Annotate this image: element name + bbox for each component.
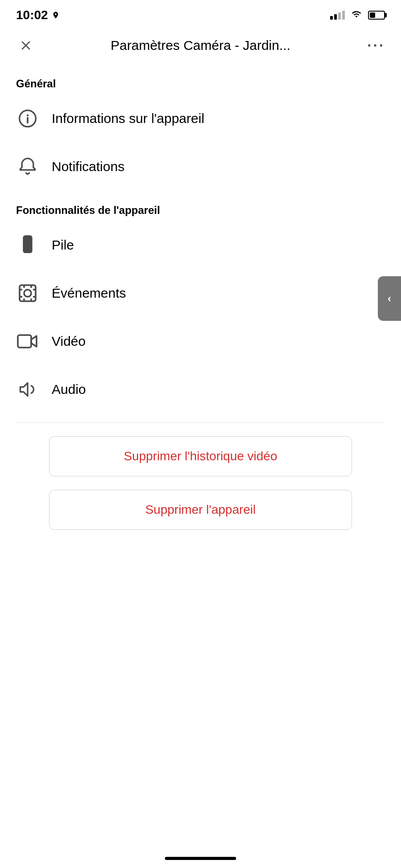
page-header: Paramètres Caméra - Jardin... — [0, 27, 401, 64]
battery-status-icon — [368, 11, 385, 20]
events-icon — [16, 282, 39, 305]
notifications-item[interactable]: Notifications — [0, 143, 401, 191]
signal-bars — [330, 11, 345, 20]
status-time: 10:02 — [16, 8, 60, 22]
svg-rect-7 — [25, 235, 30, 237]
audio-label: Audio — [52, 382, 86, 397]
location-icon — [52, 10, 60, 20]
svg-point-5 — [27, 114, 29, 116]
audio-icon — [16, 378, 39, 401]
section-divider — [16, 422, 385, 423]
video-item[interactable]: Vidéo — [0, 317, 401, 365]
more-options-icon — [368, 44, 382, 47]
battery-label: Pile — [52, 237, 74, 253]
signal-bar-1 — [330, 16, 333, 20]
status-icons — [330, 9, 385, 21]
signal-bar-3 — [338, 12, 341, 20]
svg-rect-18 — [18, 335, 31, 348]
svg-point-9 — [24, 290, 31, 297]
svg-point-1 — [374, 44, 376, 46]
chevron-left-icon: ‹ — [388, 292, 391, 305]
status-bar: 10:02 — [0, 0, 401, 27]
delete-history-button[interactable]: Supprimer l'historique vidéo — [49, 436, 352, 476]
delete-device-button[interactable]: Supprimer l'appareil — [49, 490, 352, 530]
features-section-label: Fonctionnalités de l'appareil — [0, 191, 401, 221]
close-button[interactable] — [16, 36, 36, 55]
battery-menu-icon — [16, 233, 39, 257]
events-item[interactable]: Événements — [0, 269, 401, 317]
device-info-label: Informations sur l'appareil — [52, 111, 205, 126]
audio-item[interactable]: Audio — [0, 365, 401, 414]
device-info-item[interactable]: Informations sur l'appareil — [0, 94, 401, 143]
svg-rect-8 — [20, 285, 36, 301]
signal-bar-2 — [334, 14, 337, 20]
events-label: Événements — [52, 286, 126, 301]
wifi-icon — [350, 9, 363, 21]
svg-point-0 — [368, 44, 370, 46]
side-panel-tab[interactable]: ‹ — [378, 276, 401, 321]
general-section-label: Général — [0, 64, 401, 94]
video-icon — [16, 330, 39, 353]
bell-icon — [16, 155, 39, 178]
notifications-label: Notifications — [52, 159, 124, 174]
svg-rect-6 — [24, 236, 32, 253]
video-label: Vidéo — [52, 334, 86, 349]
svg-point-2 — [380, 44, 382, 46]
home-indicator — [165, 857, 236, 860]
more-options-button[interactable] — [365, 36, 385, 55]
battery-item[interactable]: Pile — [0, 221, 401, 269]
signal-bar-4 — [342, 11, 345, 20]
close-icon — [19, 38, 33, 53]
info-circle-icon — [16, 107, 39, 130]
time-display: 10:02 — [16, 8, 48, 22]
page-title: Paramètres Caméra - Jardin... — [45, 38, 356, 53]
